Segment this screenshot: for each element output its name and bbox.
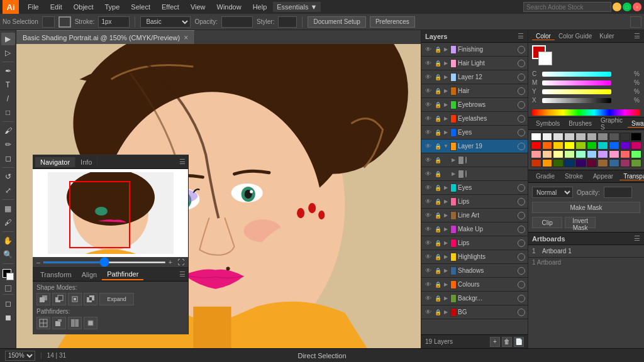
tab-pathfinder[interactable]: Pathfinder — [102, 269, 143, 280]
layer-expand-6[interactable]: ▶ — [443, 128, 449, 137]
color-swatches[interactable] — [1, 269, 15, 283]
layer-row[interactable]: 👁 🔒 ▶ Hair Light — [421, 57, 528, 70]
blend-mode-select[interactable]: Normal — [532, 187, 573, 198]
maximize-button[interactable]: □ — [623, 3, 631, 11]
tab-symbols[interactable]: Symbols — [532, 120, 564, 127]
stroke-weight-input[interactable] — [98, 16, 130, 28]
search-input[interactable] — [523, 2, 611, 12]
layer-lock-5[interactable]: 🔒 — [434, 114, 441, 123]
invert-mask-button[interactable]: Invert Mask — [565, 217, 595, 228]
minimize-button[interactable]: – — [613, 3, 621, 11]
layer-visibility-9[interactable]: 👁 — [424, 170, 433, 178]
layer-expand-18[interactable]: ▶ — [443, 294, 449, 303]
color-panel-menu[interactable]: ☰ — [634, 32, 640, 40]
layer-visibility-15[interactable]: 👁 — [424, 253, 433, 261]
layer-row[interactable]: 👁 🔒 ▶ — [421, 153, 528, 167]
menu-select[interactable]: Select — [126, 2, 155, 12]
m-slider[interactable] — [542, 80, 611, 85]
k-slider[interactable] — [542, 98, 611, 103]
align-icon[interactable] — [630, 16, 641, 28]
swatch-item[interactable] — [597, 159, 608, 167]
active-tab[interactable]: Basic Shading Portrait.ai @ 150% (CMYK/P… — [16, 30, 195, 44]
swatch-item[interactable] — [575, 159, 586, 167]
layer-visibility-17[interactable]: 👁 — [424, 280, 433, 289]
layer-row[interactable]: 👁 🔒 ▶ Layer 12 — [421, 70, 528, 84]
swatch-item[interactable] — [609, 141, 619, 150]
swatch-item[interactable] — [631, 150, 641, 158]
swatch-item[interactable] — [597, 133, 608, 141]
eraser-tool[interactable]: ◻ — [1, 152, 15, 165]
layer-expand-7[interactable]: ▼ — [443, 142, 449, 151]
menu-edit[interactable]: Edit — [45, 2, 67, 12]
layer-lock-6[interactable]: 🔒 — [434, 128, 441, 137]
swatch-item[interactable] — [587, 159, 597, 167]
layer-lock-0[interactable]: 🔒 — [434, 45, 441, 54]
swatch-item[interactable] — [553, 141, 564, 150]
pathfinder-menu[interactable]: ☰ — [179, 270, 186, 278]
swatch-item[interactable] — [542, 133, 553, 141]
layer-expand-5[interactable]: ▶ — [443, 114, 449, 123]
swatch-item[interactable] — [564, 141, 575, 150]
tab-stroke[interactable]: Stroke — [561, 173, 587, 180]
line-tool[interactable]: / — [1, 92, 15, 105]
swatch-item[interactable] — [564, 150, 575, 158]
swatch-item[interactable] — [575, 141, 586, 150]
intersect-button[interactable] — [68, 293, 82, 305]
zoom-out-icon[interactable]: – — [36, 258, 40, 266]
tab-navigator[interactable]: Navigator — [35, 157, 75, 167]
swatch-item[interactable] — [553, 133, 564, 141]
pen-tool[interactable]: ✒ — [1, 65, 15, 77]
swatch-item[interactable] — [564, 133, 575, 141]
layer-target-12[interactable] — [518, 212, 525, 219]
tab-info[interactable]: Info — [75, 157, 97, 167]
layer-expand-11[interactable]: ▶ — [443, 197, 449, 206]
layer-visibility-6[interactable]: 👁 — [424, 128, 433, 137]
layer-target-11[interactable] — [518, 198, 525, 206]
expand-button[interactable]: Expand — [99, 293, 134, 305]
nav-panel-menu[interactable]: ☰ — [179, 158, 186, 166]
menu-type[interactable]: Type — [100, 2, 125, 12]
layer-visibility-0[interactable]: 👁 — [424, 45, 433, 54]
layer-row[interactable]: 👁 🔒 ▶ Lips — [421, 236, 528, 250]
layer-row[interactable]: 👁 🔒 ▶ Eyelashes — [421, 112, 528, 126]
stroke-swatch[interactable] — [58, 16, 71, 28]
layer-row[interactable]: 👁 🔒 ▶ Finishing — [421, 43, 528, 57]
color-spectrum-bar[interactable] — [532, 109, 640, 116]
layer-visibility-2[interactable]: 👁 — [424, 73, 433, 82]
tab-graphic-styles[interactable]: Graphic S — [597, 117, 626, 131]
layer-expand-8[interactable]: ▶ — [450, 156, 457, 165]
layer-lock-2[interactable]: 🔒 — [434, 73, 441, 82]
canvas-area[interactable]: Basic Shading Portrait.ai @ 150% (CMYK/P… — [16, 30, 421, 348]
tab-appearance[interactable]: Appear — [589, 173, 617, 180]
layer-lock-7[interactable]: 🔒 — [434, 142, 441, 151]
status-zoom-select[interactable]: 150% — [5, 351, 35, 361]
layer-row[interactable]: 👁 🔒 ▶ — [421, 167, 528, 181]
fit-icon[interactable]: ⛶ — [177, 258, 184, 266]
swap-colors-icon[interactable] — [5, 285, 11, 292]
style-swatch[interactable] — [278, 16, 297, 28]
artboard-row-1[interactable]: 1 Artboard 1 — [532, 248, 640, 255]
selection-tool[interactable]: ▶ — [1, 33, 15, 45]
layer-target-2[interactable] — [518, 74, 525, 81]
layer-lock-12[interactable]: 🔒 — [434, 211, 441, 220]
swatch-item[interactable] — [631, 141, 641, 150]
layer-visibility-7[interactable]: 👁 — [424, 142, 433, 151]
text-tool[interactable]: T — [1, 79, 15, 91]
tab-swatches[interactable]: Swatches — [628, 120, 644, 128]
menu-file[interactable]: File — [23, 2, 44, 12]
layers-list[interactable]: 👁 🔒 ▶ Finishing 👁 🔒 ▶ Hair Light 👁 🔒 ▶ L… — [421, 43, 528, 334]
layer-row[interactable]: 👁 🔒 ▶ Highlights — [421, 250, 528, 264]
menu-object[interactable]: Object — [69, 2, 99, 12]
draw-mode-normal[interactable]: ◻ — [1, 297, 15, 310]
artboards-menu[interactable]: ☰ — [634, 234, 640, 243]
bg-color-swatch[interactable] — [538, 52, 552, 65]
menu-view[interactable]: View — [186, 2, 211, 12]
layer-expand-15[interactable]: ▶ — [443, 253, 449, 261]
layer-visibility-4[interactable]: 👁 — [424, 101, 433, 109]
swatch-item[interactable] — [531, 159, 541, 167]
layer-expand-14[interactable]: ▶ — [443, 239, 449, 248]
swatch-item[interactable] — [620, 150, 631, 158]
c-slider[interactable] — [542, 72, 611, 77]
navigator-preview[interactable] — [33, 169, 188, 257]
layer-lock-16[interactable]: 🔒 — [434, 266, 441, 275]
